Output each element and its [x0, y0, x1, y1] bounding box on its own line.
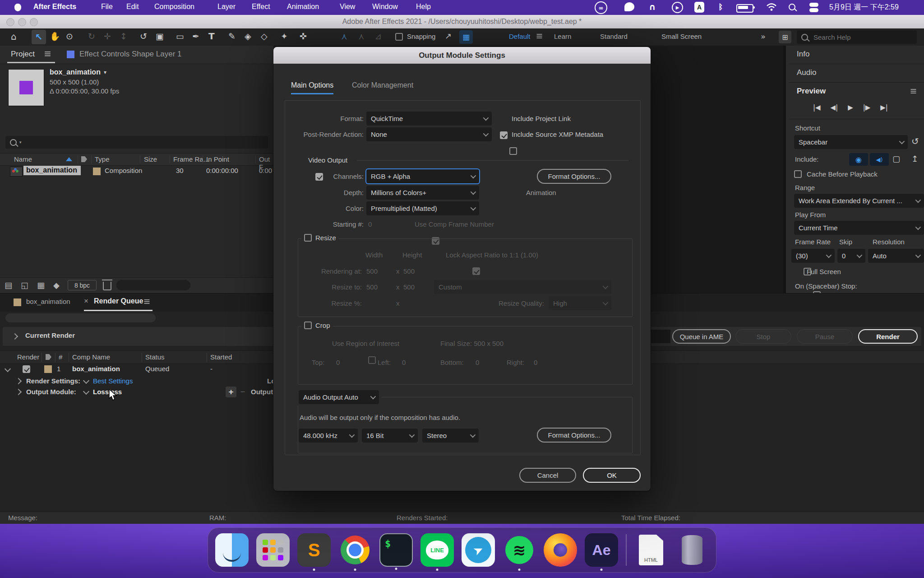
dock-terminal-icon[interactable]: $: [379, 533, 413, 567]
col-name[interactable]: Name: [14, 155, 32, 163]
workspace-learn[interactable]: Learn: [554, 33, 571, 40]
previous-frame-button[interactable]: ◀|: [831, 103, 838, 112]
pause-button[interactable]: Pause: [797, 329, 853, 344]
col-frame-rate[interactable]: Frame Ra...: [173, 155, 209, 163]
qcol-num[interactable]: #: [59, 353, 62, 361]
remove-output-module-button[interactable]: −: [238, 387, 247, 397]
tool-type[interactable]: T: [208, 31, 215, 42]
shortcut-dropdown[interactable]: Spacebar: [794, 135, 908, 149]
format-options-button[interactable]: Format Options...: [537, 169, 611, 184]
resize-checkbox[interactable]: [304, 234, 312, 242]
tool-roto-brush[interactable]: ✦: [281, 31, 288, 41]
selected-comp-name[interactable]: box_animation: [50, 68, 101, 76]
tool-dolly-camera[interactable]: ↕: [120, 31, 127, 41]
lock-aspect-checkbox[interactable]: [472, 267, 480, 275]
color-dropdown[interactable]: Premultiplied (Matted): [366, 201, 479, 215]
control-center-icon[interactable]: [809, 3, 818, 7]
crop-checkbox[interactable]: [304, 322, 312, 329]
dock-telegram-icon[interactable]: ➤: [462, 533, 495, 567]
bluetooth-icon[interactable]: ᛒ: [718, 2, 723, 11]
label-column-icon[interactable]: [81, 156, 87, 162]
panel-audio-header[interactable]: Audio: [789, 64, 924, 83]
menu-edit[interactable]: Edit: [126, 3, 139, 11]
col-type[interactable]: Type: [95, 155, 110, 163]
tool-home[interactable]: ⌂: [11, 31, 17, 42]
tool-orbit-camera[interactable]: ↻: [88, 31, 95, 41]
crop-top-value[interactable]: 0: [336, 359, 340, 366]
more-workspaces-chevron[interactable]: »: [761, 32, 766, 41]
dialog-title-bar[interactable]: Output Module Settings: [273, 47, 651, 64]
adjustment-icon[interactable]: ◆: [53, 280, 60, 290]
menu-animation[interactable]: Animation: [287, 3, 319, 11]
include-xmp-checkbox[interactable]: [509, 147, 517, 155]
project-panel-menu-icon[interactable]: [45, 51, 51, 52]
grid-snap-icon[interactable]: ▦: [459, 30, 473, 44]
headphones-icon[interactable]: ∩: [649, 2, 656, 12]
workspace-small-screen[interactable]: Small Screen: [661, 33, 702, 40]
col-in-point[interactable]: In Point: [206, 155, 229, 163]
resolution-dropdown[interactable]: Auto: [868, 249, 924, 263]
menu-app-name[interactable]: After Effects: [33, 3, 76, 11]
starting-number-value[interactable]: 0: [368, 220, 372, 228]
spotlight-search-icon[interactable]: [789, 4, 795, 12]
traffic-light-zoom[interactable]: [30, 18, 38, 26]
tool-clone-stamp[interactable]: ◈: [245, 31, 251, 41]
audio-channels-dropdown[interactable]: Stereo: [422, 429, 479, 443]
line-status-icon[interactable]: [624, 2, 634, 11]
render-settings-link[interactable]: Best Settings: [93, 377, 133, 385]
tool-selection[interactable]: ↖: [32, 30, 46, 44]
use-roi-checkbox[interactable]: [368, 356, 376, 364]
crop-bottom-value[interactable]: 0: [476, 359, 479, 366]
dock-chrome-icon[interactable]: [338, 533, 372, 567]
delete-item-icon[interactable]: [103, 282, 111, 290]
render-settings-expander[interactable]: [15, 378, 22, 384]
tab-project[interactable]: Project: [11, 50, 35, 59]
tool-eraser[interactable]: ◇: [261, 31, 268, 41]
queue-row-label-swatch[interactable]: [44, 365, 52, 373]
project-search-field[interactable]: ▾: [5, 136, 268, 149]
snapping-checkbox[interactable]: [395, 33, 403, 41]
stop-button[interactable]: Stop: [735, 329, 791, 344]
dock-launchpad-icon[interactable]: [256, 533, 290, 567]
new-folder-icon[interactable]: ◱: [21, 280, 28, 290]
tool-pen[interactable]: ✒: [192, 31, 199, 41]
format-dropdown[interactable]: QuickTime: [366, 112, 492, 126]
resize-quality-dropdown[interactable]: High: [549, 296, 611, 310]
queue-row-render-checkbox[interactable]: [23, 365, 30, 373]
frame-rate-dropdown[interactable]: (30): [791, 249, 835, 263]
queue-row-comp[interactable]: box_animation: [72, 365, 120, 373]
dock-spotify-icon[interactable]: ≋: [503, 533, 536, 567]
workspace-default[interactable]: Default: [509, 33, 531, 40]
menu-clock[interactable]: 5月9日 週一 下午2:59: [829, 3, 899, 12]
tab-color-management[interactable]: Color Management: [352, 81, 413, 89]
dock-html-file-icon[interactable]: HTML: [634, 533, 668, 567]
comp-thumbnail[interactable]: [8, 69, 44, 106]
dock-after-effects-icon[interactable]: Ae: [585, 533, 618, 567]
menu-composition[interactable]: Composition: [154, 3, 194, 11]
export-icon[interactable]: ↥: [911, 154, 918, 163]
close-tab-icon[interactable]: ×: [84, 297, 88, 306]
crop-right-value[interactable]: 0: [534, 359, 537, 366]
menu-layer[interactable]: Layer: [217, 3, 236, 11]
snap-arrow-icon[interactable]: ↗: [445, 31, 452, 41]
first-frame-button[interactable]: |◀: [813, 103, 821, 112]
tab-render-queue[interactable]: Render Queue: [94, 297, 143, 305]
qcol-comp-name[interactable]: Comp Name: [72, 353, 110, 361]
menu-effect[interactable]: Effect: [252, 3, 270, 11]
tool-puppet-pin[interactable]: ✜: [300, 31, 307, 41]
include-video-eye-icon[interactable]: ◉: [849, 153, 868, 166]
tool-camera[interactable]: ▣: [156, 31, 164, 41]
last-frame-button[interactable]: ▶|: [880, 103, 888, 112]
align-parent-icon[interactable]: ⋏: [341, 31, 347, 41]
dock-line-icon[interactable]: LINE: [420, 533, 454, 567]
resize-to-height[interactable]: 500: [403, 283, 415, 291]
render-settings-dropdown-icon[interactable]: [83, 378, 89, 384]
dock-finder-icon[interactable]: [215, 533, 249, 567]
bpc-button[interactable]: 8 bpc: [68, 280, 97, 290]
range-dropdown[interactable]: Work Area Extended By Current ...: [794, 194, 924, 208]
qcol-status[interactable]: Status: [145, 353, 165, 361]
resize-to-width[interactable]: 500: [366, 283, 378, 291]
traffic-light-minimize[interactable]: [18, 18, 26, 26]
cancel-button[interactable]: Cancel: [519, 468, 576, 483]
add-output-module-button[interactable]: +: [226, 387, 236, 397]
